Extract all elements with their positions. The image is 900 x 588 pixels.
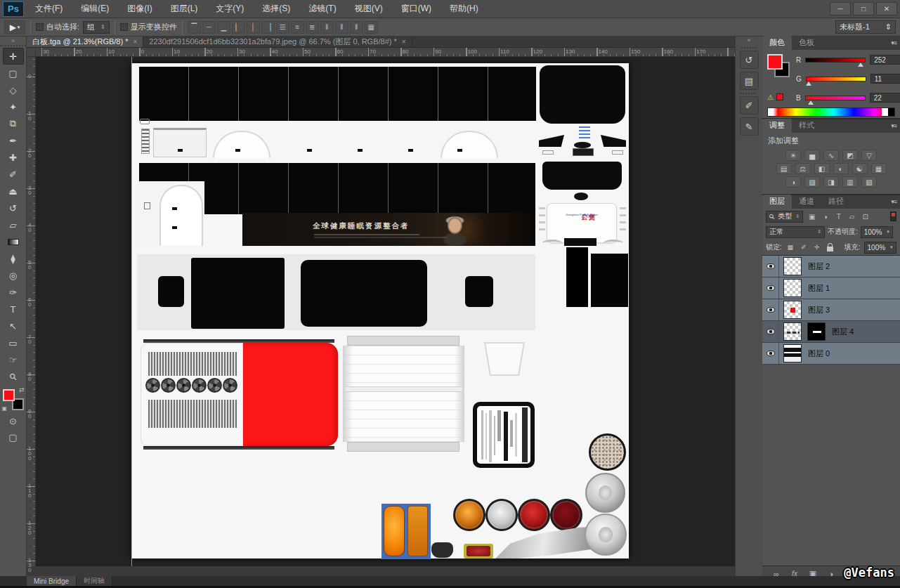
crop-tool[interactable]: ⧉	[3, 115, 24, 132]
rectangle-tool[interactable]: ▭	[3, 334, 24, 351]
red-value-field[interactable]: 252	[870, 55, 900, 65]
visibility-toggle[interactable]	[762, 343, 779, 364]
horizontal-ruler[interactable]: 3020100102030405060708090100110120130140…	[36, 48, 735, 57]
rectangular-marquee-tool[interactable]: ▢	[3, 65, 24, 81]
filter-smart-objects-icon[interactable]: ⊡	[859, 211, 871, 222]
vibrance-icon[interactable]: ▽	[861, 150, 877, 161]
layer-thumbnail[interactable]	[783, 344, 802, 362]
align-top-edges-icon[interactable]: ▔	[188, 21, 201, 34]
guide-line[interactable]	[131, 57, 132, 566]
layer-name[interactable]: 图层 3	[808, 305, 830, 315]
lock-all-icon[interactable]	[826, 242, 835, 252]
layer-thumbnail[interactable]	[783, 322, 802, 341]
color-lookup-icon[interactable]: ▦	[871, 163, 887, 174]
auto-select-checkbox[interactable]	[36, 23, 44, 31]
foreground-background-swatches[interactable]: ⇄ ▣	[3, 389, 24, 410]
menu-图像[interactable]: 图像(I)	[127, 3, 152, 15]
filter-shape-layers-icon[interactable]: ▱	[846, 211, 858, 222]
panel-menu-icon[interactable]: ▾≡	[891, 198, 896, 205]
align-vertical-centers-icon[interactable]: ─	[202, 21, 216, 34]
filter-type-layers-icon[interactable]: T	[833, 211, 844, 222]
auto-select-mode-dropdown[interactable]: 组 ⇕	[83, 21, 110, 34]
document-tab[interactable]: 2230df291506dcf1d6bb32301a2bfa79.jpeg @ …	[143, 37, 412, 47]
tool-presets-panel-icon[interactable]: ✎	[740, 117, 759, 136]
panel-menu-icon[interactable]: ▾≡	[891, 39, 896, 46]
tab-color[interactable]: 颜色	[762, 36, 792, 50]
collapse-tools-icon[interactable]: »	[0, 37, 26, 46]
layer-filter-toggle[interactable]	[890, 211, 896, 221]
color-balance-icon[interactable]: ⚖	[795, 163, 811, 174]
align-left-edges-icon[interactable]: ▏	[232, 21, 245, 34]
type-tool[interactable]: T	[3, 301, 24, 318]
layer-extra-thumbnail[interactable]	[807, 322, 826, 341]
dock-grip[interactable]	[741, 47, 757, 48]
levels-icon[interactable]: ▅	[804, 150, 820, 161]
color-spectrum-bar[interactable]	[767, 107, 895, 117]
tab-paths[interactable]: 路径	[821, 195, 851, 209]
layer-row[interactable]: 图层 0	[762, 343, 900, 365]
threshold-icon[interactable]: ◨	[823, 176, 839, 188]
visibility-toggle[interactable]	[762, 321, 779, 342]
lock-transparency-icon[interactable]: ▦	[785, 242, 795, 252]
layer-name[interactable]: 图层 1	[808, 283, 830, 294]
close-tab-icon[interactable]: ×	[133, 38, 138, 46]
gamut-swatch[interactable]	[776, 93, 783, 100]
filter-adjustment-layers-icon[interactable]: ◑	[819, 211, 831, 222]
current-tool-icon[interactable]: ▶▾	[4, 20, 25, 34]
hand-tool[interactable]: ☞	[3, 351, 24, 368]
canvas[interactable]: 全球健康睡眠资源整合者 广州公交 Guangzhou Public Transp…	[131, 63, 629, 558]
lock-pixels-icon[interactable]: ✐	[799, 242, 809, 252]
history-panel-icon[interactable]: ↺	[740, 51, 759, 69]
filter-pixel-layers-icon[interactable]: ▣	[806, 211, 818, 222]
gradient-map-icon[interactable]: ▥	[842, 176, 858, 188]
document-tab-active[interactable]: 白板.tga @ 21.3%(RGB/8) * ×	[27, 37, 143, 47]
layer-thumbnail[interactable]	[783, 257, 802, 275]
history-brush-tool[interactable]: ↺	[3, 200, 24, 216]
lasso-tool[interactable]: ◇	[3, 81, 24, 98]
close-button[interactable]: ✕	[876, 2, 897, 15]
menu-窗口[interactable]: 窗口(W)	[401, 3, 431, 15]
swap-colors-icon[interactable]: ⇄	[19, 386, 25, 393]
clone-stamp-tool[interactable]: ⏏	[3, 183, 24, 200]
auto-align-layers-icon[interactable]: ▦	[365, 21, 378, 34]
layer-name[interactable]: 图层 4	[832, 327, 854, 337]
move-tool[interactable]: ✛	[3, 48, 24, 65]
gradient-tool[interactable]	[3, 233, 24, 250]
healing-brush-tool[interactable]: ✚	[3, 149, 24, 166]
canvas-viewport[interactable]: 全球健康睡眠资源整合者 广州公交 Guangzhou Public Transp…	[36, 57, 735, 566]
panel-menu-icon[interactable]: ▾≡	[891, 122, 896, 129]
exposure-icon[interactable]: ◩	[842, 150, 858, 161]
layer-name[interactable]: 图层 2	[808, 261, 830, 272]
align-right-edges-icon[interactable]: ▕	[261, 21, 275, 34]
dodge-tool[interactable]: ◎	[3, 267, 24, 284]
selective-color-icon[interactable]: ▧	[861, 176, 877, 188]
distribute-right-edges-icon[interactable]: ⦀	[350, 21, 363, 34]
curves-icon[interactable]: ∿	[823, 150, 839, 161]
path-selection-tool[interactable]: ↖	[3, 318, 24, 334]
align-bottom-edges-icon[interactable]: ▁	[217, 21, 230, 34]
default-colors-icon[interactable]: ▣	[2, 405, 8, 412]
brush-presets-panel-icon[interactable]: ✐	[740, 96, 759, 115]
gamut-warning-icon[interactable]: ⚠	[767, 93, 774, 101]
foreground-color-swatch[interactable]	[767, 54, 783, 70]
black-white-icon[interactable]: ◧	[814, 163, 830, 174]
blend-mode-dropdown[interactable]: 正常 ⇕	[766, 226, 825, 238]
visibility-toggle[interactable]	[762, 256, 779, 277]
layer-row[interactable]: 图层 3	[762, 299, 900, 321]
brush-tool[interactable]: ✐	[3, 166, 24, 183]
tab-adjustments[interactable]: 调整	[762, 119, 792, 133]
distribute-horizontal-centers-icon[interactable]: ‖	[335, 21, 348, 34]
posterize-icon[interactable]: ▨	[804, 176, 820, 188]
tab-layers[interactable]: 图层	[762, 195, 792, 209]
workspace-dropdown[interactable]: 未标题-1 ⇕	[835, 20, 896, 34]
pen-tool[interactable]: ✑	[3, 284, 24, 301]
align-horizontal-centers-icon[interactable]: │	[247, 21, 260, 34]
menu-文件[interactable]: 文件(F)	[35, 3, 63, 15]
layer-thumbnail[interactable]	[783, 301, 802, 319]
eraser-tool[interactable]: ▱	[3, 216, 24, 233]
green-slider[interactable]	[806, 77, 866, 81]
menu-图层[interactable]: 图层(L)	[171, 3, 198, 15]
quick-mask-button[interactable]: ⊙	[9, 416, 17, 426]
tab-timeline[interactable]: 时间轴	[77, 576, 112, 586]
tab-swatches[interactable]: 色板	[792, 36, 821, 50]
